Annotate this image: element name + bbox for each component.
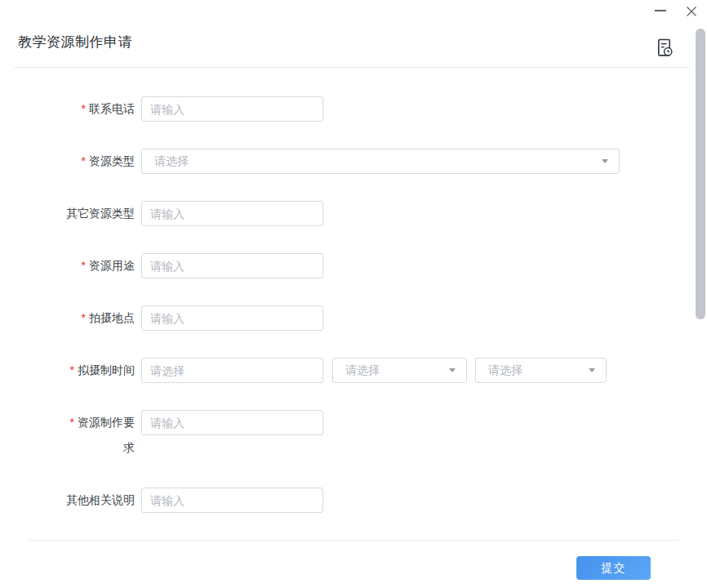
required-asterisk: * <box>70 416 74 429</box>
select-placeholder: 请选择 <box>154 154 189 169</box>
form-row-resource-purpose: *资源用途 <box>18 253 689 278</box>
chevron-down-icon <box>449 368 456 372</box>
shooting-location-input[interactable] <box>141 305 323 331</box>
form-row-other-resource-type: 其它资源类型 <box>18 201 689 226</box>
dialog-footer: 提交 <box>18 541 689 580</box>
form-history-icon <box>656 38 674 58</box>
contact-phone-input[interactable] <box>141 96 323 122</box>
dialog: 教学资源制作申请 *联系电话 *资源类型 请选择 其它资源类型 *资源用途 <box>0 0 707 580</box>
shooting-time-end-select[interactable]: 请选择 <box>475 358 607 383</box>
field-label-text: 拟摄制时间 <box>78 363 135 376</box>
field-label-text: 其他相关说明 <box>66 493 135 506</box>
field-label-text: 资源用途 <box>89 259 135 272</box>
required-asterisk: * <box>82 311 86 324</box>
submit-button[interactable]: 提交 <box>576 556 651 580</box>
shooting-date-picker[interactable] <box>141 358 323 383</box>
application-form: *联系电话 *资源类型 请选择 其它资源类型 *资源用途 *拍摄地点 <box>18 96 689 513</box>
field-label: *资源类型 <box>61 149 135 174</box>
chevron-down-icon <box>589 368 595 372</box>
field-label: *拟摄制时间 <box>61 358 135 383</box>
required-asterisk: * <box>82 102 86 115</box>
shooting-time-start-select[interactable]: 请选择 <box>332 358 467 383</box>
field-label-text: 资源类型 <box>89 154 135 167</box>
select-placeholder: 请选择 <box>345 363 380 378</box>
field-label: *拍摄地点 <box>61 305 135 331</box>
required-asterisk: * <box>70 363 74 376</box>
planned-shooting-time-group: 请选择 请选择 <box>141 358 607 383</box>
form-row-production-requirements: *资源制作要求 <box>18 410 689 461</box>
field-label: *联系电话 <box>61 96 135 122</box>
field-label: *资源制作要求 <box>61 410 135 461</box>
required-asterisk: * <box>82 259 86 272</box>
field-label: 其他相关说明 <box>61 488 135 513</box>
application-records-button[interactable] <box>656 38 674 58</box>
form-row-contact-phone: *联系电话 <box>18 96 689 122</box>
minimize-button[interactable] <box>653 8 668 13</box>
close-icon <box>685 5 698 18</box>
other-resource-type-input[interactable] <box>141 201 323 226</box>
chevron-down-icon <box>602 159 608 163</box>
form-row-planned-shooting-time: *拟摄制时间 请选择 请选择 <box>18 358 689 383</box>
production-requirements-input[interactable] <box>141 410 323 435</box>
resource-purpose-input[interactable] <box>141 253 323 278</box>
form-row-other-notes: 其他相关说明 <box>18 488 689 513</box>
page-title: 教学资源制作申请 <box>18 33 689 51</box>
required-asterisk: * <box>82 154 86 167</box>
field-label-text: 其它资源类型 <box>66 207 135 220</box>
field-label: *资源用途 <box>61 253 135 278</box>
close-button[interactable] <box>683 3 700 20</box>
header-divider <box>14 67 690 68</box>
field-label-text: 拍摄地点 <box>89 311 135 324</box>
scrollbar-thumb[interactable] <box>696 29 705 319</box>
resource-type-select[interactable]: 请选择 <box>141 149 620 174</box>
other-notes-input[interactable] <box>141 488 323 513</box>
field-label-text: 联系电话 <box>89 102 135 115</box>
select-placeholder: 请选择 <box>488 363 522 378</box>
field-label-text: 资源制作要求 <box>78 416 135 454</box>
minimize-icon <box>655 10 666 11</box>
form-row-resource-type: *资源类型 请选择 <box>18 149 689 174</box>
field-label: 其它资源类型 <box>61 201 135 226</box>
form-row-shooting-location: *拍摄地点 <box>18 305 689 331</box>
